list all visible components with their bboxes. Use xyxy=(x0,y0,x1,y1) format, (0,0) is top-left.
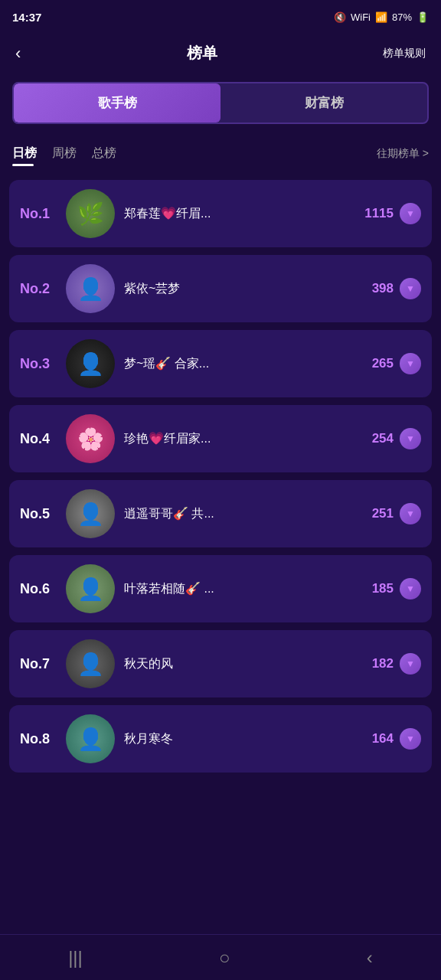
rank-item-2[interactable]: No.2 👤 紫依~芸梦 398 ▼ xyxy=(9,255,432,322)
tab-switch: 歌手榜 财富榜 xyxy=(12,82,429,124)
rank-score-1: 1115 ▼ xyxy=(364,203,421,224)
wifi-icon: WiFi xyxy=(351,11,371,23)
rank-avatar-3: 👤 xyxy=(66,339,115,388)
history-link[interactable]: 往期榜单 > xyxy=(377,147,429,161)
rank-name-3: 梦~瑶🎸 合家... xyxy=(124,356,363,372)
rank-no-6: No.6 xyxy=(20,581,57,597)
ranking-list: No.1 🌿 郑春莲💗纤眉... 1115 ▼ No.2 👤 紫依~芸梦 398… xyxy=(0,171,441,834)
rank-no-3: No.3 xyxy=(20,356,57,372)
rank-name-7: 秋天的风 xyxy=(124,656,363,672)
rank-avatar-1: 🌿 xyxy=(66,189,115,238)
rank-no-1: No.1 xyxy=(20,206,57,222)
rank-score-8: 164 ▼ xyxy=(372,728,421,750)
rank-item-6[interactable]: No.6 👤 叶落若相随🎸 ... 185 ▼ xyxy=(9,555,432,622)
battery-icon: 🔋 xyxy=(416,11,429,23)
rank-item-7[interactable]: No.7 👤 秋天的风 182 ▼ xyxy=(9,630,432,697)
rank-avatar-2: 👤 xyxy=(66,264,115,313)
nav-menu-icon[interactable]: ||| xyxy=(68,947,83,969)
bottom-nav: ||| ○ ‹ xyxy=(0,934,441,980)
mute-icon: 🔇 xyxy=(334,11,346,23)
status-time: 14:37 xyxy=(12,11,41,24)
status-bar: 14:37 🔇 WiFi 📶 87% 🔋 xyxy=(0,0,441,34)
rank-name-2: 紫依~芸梦 xyxy=(124,281,363,297)
rank-avatar-5: 👤 xyxy=(66,489,115,538)
nav-home-icon[interactable]: ○ xyxy=(219,947,230,969)
rank-name-6: 叶落若相随🎸 ... xyxy=(124,581,363,597)
signal-icon: 📶 xyxy=(375,11,387,23)
rank-no-5: No.5 xyxy=(20,506,57,522)
rank-name-1: 郑春莲💗纤眉... xyxy=(124,206,355,222)
rank-down-btn-3[interactable]: ▼ xyxy=(400,353,421,374)
rank-avatar-6: 👤 xyxy=(66,564,115,613)
rank-score-6: 185 ▼ xyxy=(372,578,421,599)
page-title: 榜单 xyxy=(187,43,217,64)
rank-item-8[interactable]: No.8 👤 秋月寒冬 164 ▼ xyxy=(9,705,432,773)
status-icons: 🔇 WiFi 📶 87% 🔋 xyxy=(334,11,429,23)
rank-no-2: No.2 xyxy=(20,281,57,297)
rank-no-8: No.8 xyxy=(20,731,57,747)
rank-score-2: 398 ▼ xyxy=(372,278,421,299)
rank-no-4: No.4 xyxy=(20,431,57,447)
rank-item-4[interactable]: No.4 🌸 珍艳💗纤眉家... 254 ▼ xyxy=(9,405,432,472)
nav-back-icon[interactable]: ‹ xyxy=(367,947,373,969)
back-button[interactable]: ‹ xyxy=(15,44,21,64)
rank-avatar-4: 🌸 xyxy=(66,414,115,463)
rank-avatar-8: 👤 xyxy=(66,714,115,763)
rank-score-5: 251 ▼ xyxy=(372,503,421,524)
header: ‹ 榜单 榜单规则 xyxy=(0,34,441,73)
rank-name-8: 秋月寒冬 xyxy=(124,731,363,747)
rank-down-btn-8[interactable]: ▼ xyxy=(400,728,421,750)
sub-tab-total[interactable]: 总榜 xyxy=(92,139,132,168)
tab-singer[interactable]: 歌手榜 xyxy=(14,83,220,122)
battery-label: 87% xyxy=(392,11,412,23)
rank-down-btn-4[interactable]: ▼ xyxy=(400,428,421,449)
rank-score-3: 265 ▼ xyxy=(372,353,421,374)
sub-tabs: 日榜 周榜 总榜 往期榜单 > xyxy=(0,133,441,171)
rank-down-btn-5[interactable]: ▼ xyxy=(400,503,421,524)
rank-item-3[interactable]: No.3 👤 梦~瑶🎸 合家... 265 ▼ xyxy=(9,330,432,397)
rank-item-5[interactable]: No.5 👤 逍遥哥哥🎸 共... 251 ▼ xyxy=(9,480,432,547)
rank-name-4: 珍艳💗纤眉家... xyxy=(124,431,363,447)
rank-down-btn-1[interactable]: ▼ xyxy=(400,203,421,224)
rank-item-1[interactable]: No.1 🌿 郑春莲💗纤眉... 1115 ▼ xyxy=(9,180,432,247)
rank-no-7: No.7 xyxy=(20,656,57,672)
rule-button[interactable]: 榜单规则 xyxy=(383,47,426,60)
rank-down-btn-2[interactable]: ▼ xyxy=(400,278,421,299)
rank-down-btn-6[interactable]: ▼ xyxy=(400,578,421,599)
sub-tab-daily[interactable]: 日榜 xyxy=(12,139,52,168)
rank-score-4: 254 ▼ xyxy=(372,428,421,449)
sub-tab-weekly[interactable]: 周榜 xyxy=(52,139,92,168)
rank-avatar-7: 👤 xyxy=(66,639,115,688)
tab-wealth[interactable]: 财富榜 xyxy=(220,83,427,122)
rank-score-7: 182 ▼ xyxy=(372,653,421,675)
rank-down-btn-7[interactable]: ▼ xyxy=(400,653,421,675)
rank-name-5: 逍遥哥哥🎸 共... xyxy=(124,506,363,522)
